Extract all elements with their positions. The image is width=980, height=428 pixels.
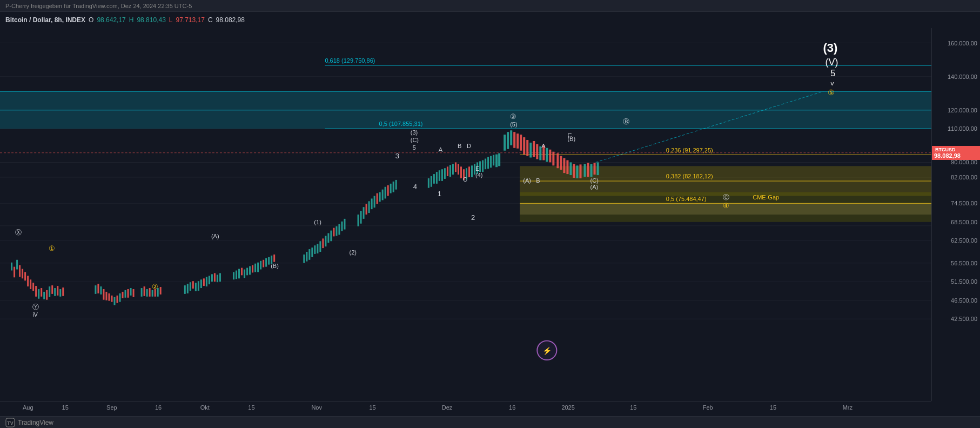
svg-rect-28: [16, 260, 18, 270]
svg-rect-126: [387, 185, 389, 196]
svg-rect-91: [254, 264, 256, 272]
svg-text:(5): (5): [510, 121, 517, 128]
svg-rect-153: [490, 156, 492, 168]
svg-text:(2): (2): [350, 249, 357, 256]
price-51k: 51.500,00: [951, 278, 977, 285]
svg-rect-29: [19, 265, 21, 277]
svg-rect-88: [246, 268, 248, 276]
svg-rect-50: [105, 292, 107, 300]
svg-rect-119: [368, 201, 370, 213]
price-62k: 62.500,00: [951, 237, 977, 244]
bottom-bar: TV TradingView: [0, 416, 980, 428]
svg-rect-70: [187, 284, 189, 293]
price-140k: 140.000,00: [948, 73, 977, 80]
svg-text:0,382 (82.182,12): 0,382 (82.182,12): [666, 173, 713, 179]
time-15a: 15: [62, 404, 69, 411]
svg-rect-52: [111, 296, 112, 302]
svg-text:C: C: [463, 176, 467, 183]
svg-rect-65: [152, 290, 153, 297]
svg-text:5: 5: [831, 69, 836, 78]
svg-rect-104: [317, 244, 318, 253]
svg-rect-137: [447, 166, 448, 176]
svg-rect-89: [249, 266, 251, 275]
svg-rect-105: [319, 241, 321, 252]
svg-rect-183: [590, 164, 593, 177]
btcusd-label: BTCUSD: [934, 147, 978, 152]
svg-rect-37: [41, 288, 42, 297]
svg-text:(C): (C): [411, 137, 419, 143]
svg-text:B: B: [458, 143, 461, 149]
svg-rect-150: [482, 160, 484, 172]
svg-rect-54: [117, 296, 118, 303]
svg-text:4: 4: [413, 183, 417, 191]
price-68k: 68.500,00: [951, 219, 977, 225]
svg-rect-154: [493, 155, 494, 166]
svg-rect-80: [214, 273, 216, 282]
svg-rect-72: [192, 281, 194, 289]
svg-rect-45: [62, 287, 64, 296]
svg-text:②: ②: [152, 283, 158, 291]
svg-text:⑤: ⑤: [828, 88, 835, 97]
svg-text:0,618 (129.750,86): 0,618 (129.750,86): [325, 57, 375, 64]
svg-rect-113: [341, 222, 343, 231]
svg-text:(A): (A): [523, 177, 531, 184]
svg-rect-63: [146, 289, 148, 297]
svg-rect-135: [441, 169, 443, 181]
svg-rect-164: [526, 140, 528, 156]
svg-text:①: ①: [49, 244, 55, 252]
svg-rect-57: [125, 290, 126, 298]
svg-rect-159: [510, 130, 512, 145]
svg-rect-78: [209, 276, 210, 284]
svg-rect-170: [546, 148, 548, 162]
svg-rect-132: [433, 174, 435, 184]
svg-rect-180: [579, 164, 581, 178]
time-feb: Feb: [703, 404, 713, 411]
svg-rect-95: [265, 258, 267, 267]
price-160k: 160.000,00: [948, 40, 977, 46]
svg-text:Ⓒ: Ⓒ: [723, 193, 729, 201]
svg-rect-115: [358, 215, 359, 226]
svg-text:0,236 (91.297,25): 0,236 (91.297,25): [666, 147, 713, 153]
price-56k: 56.500,00: [951, 260, 977, 266]
svg-rect-171: [549, 150, 551, 163]
svg-rect-84: [236, 271, 237, 279]
svg-rect-41: [51, 285, 53, 294]
svg-rect-96: [268, 257, 270, 265]
svg-rect-120: [371, 198, 373, 209]
svg-rect-124: [382, 190, 384, 200]
svg-text:③: ③: [510, 112, 516, 121]
chart-area[interactable]: Ⓧ ① Ⓨ iV ② (A) (B) (1) (2) (3) (C) 5: [0, 28, 931, 401]
close-value: 98.082,98: [216, 16, 245, 24]
svg-rect-94: [263, 260, 264, 268]
svg-rect-131: [431, 176, 432, 187]
window-title-bar: P-Cherry freigegeben für TradingView.com…: [0, 0, 980, 12]
svg-rect-174: [560, 156, 562, 170]
svg-rect-161: [516, 133, 519, 149]
svg-text:CME-Gap: CME-Gap: [753, 194, 779, 200]
svg-rect-82: [219, 273, 221, 282]
svg-rect-152: [487, 157, 489, 169]
tradingview-logo: TV TradingView: [5, 418, 53, 427]
svg-text:(1): (1): [314, 219, 321, 225]
high-label: H: [129, 16, 134, 24]
svg-rect-157: [504, 135, 506, 151]
svg-text:(V): (V): [825, 57, 838, 68]
svg-text:(4): (4): [475, 172, 482, 178]
svg-rect-40: [49, 286, 50, 297]
time-aug: Aug: [23, 404, 33, 411]
svg-rect-125: [385, 187, 386, 199]
svg-rect-42: [54, 288, 56, 296]
svg-rect-165: [529, 143, 532, 158]
chart-body: Ⓧ ① Ⓨ iV ② (A) (B) (1) (2) (3) (C) 5: [0, 28, 980, 401]
svg-rect-166: [533, 141, 535, 157]
svg-rect-93: [260, 261, 261, 270]
svg-rect-133: [436, 172, 438, 184]
svg-rect-118: [366, 204, 367, 215]
price-82k: 82.000,00: [951, 174, 977, 180]
time-16b: 16: [509, 404, 515, 411]
svg-rect-121: [374, 196, 375, 208]
svg-rect-130: [428, 178, 429, 188]
time-okt: Okt: [200, 404, 210, 411]
close-label: C: [208, 16, 213, 24]
svg-rect-112: [338, 224, 340, 235]
